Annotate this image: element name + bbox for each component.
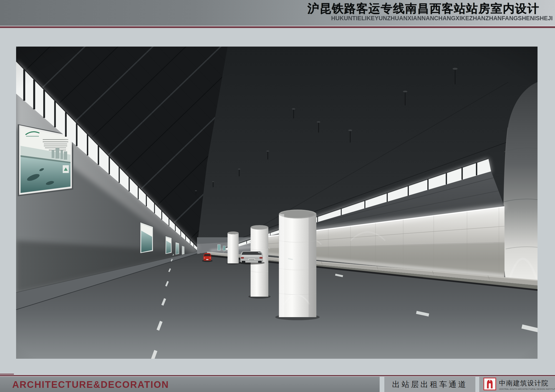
header-divider-accent: [0, 26, 555, 28]
institute-logo-icon: [483, 378, 496, 391]
rendering-plate: [16, 47, 538, 359]
header-band: 沪昆铁路客运专线南昌西客站站房室内设计 HUKUNTIELIKEYUNZHUAN…: [0, 0, 555, 26]
vignette: [16, 47, 538, 359]
project-title-pinyin: HUKUNTIELIKEYUNZHUANXIANNANCHANGXIKEZHAN…: [331, 15, 553, 22]
institute-name-en: CENTRAL-SOUTH ARCHITECTURAL DESIGN INSTI…: [499, 388, 555, 390]
project-title: 沪昆铁路客运专线南昌西客站站房室内设计: [307, 1, 539, 16]
footer-institute-panel: 中南建筑设计院 CENTRAL-SOUTH ARCHITECTURAL DESI…: [479, 377, 555, 392]
footer-caption-panel: 出站层出租车通道: [384, 377, 475, 392]
drawing-caption: 出站层出租车通道: [392, 379, 468, 390]
presentation-board: 沪昆铁路客运专线南昌西客站站房室内设计 HUKUNTIELIKEYUNZHUAN…: [0, 0, 555, 392]
footer-accent-left: [0, 374, 14, 375]
footer-accent-rule: [0, 375, 555, 376]
footer-brand-panel: ARCHITECTURE&DECORATION: [0, 377, 380, 392]
brand-label: ARCHITECTURE&DECORATION: [12, 379, 169, 390]
tunnel-rendering: [16, 47, 538, 359]
institute-name-cn: 中南建筑设计院: [499, 379, 555, 388]
